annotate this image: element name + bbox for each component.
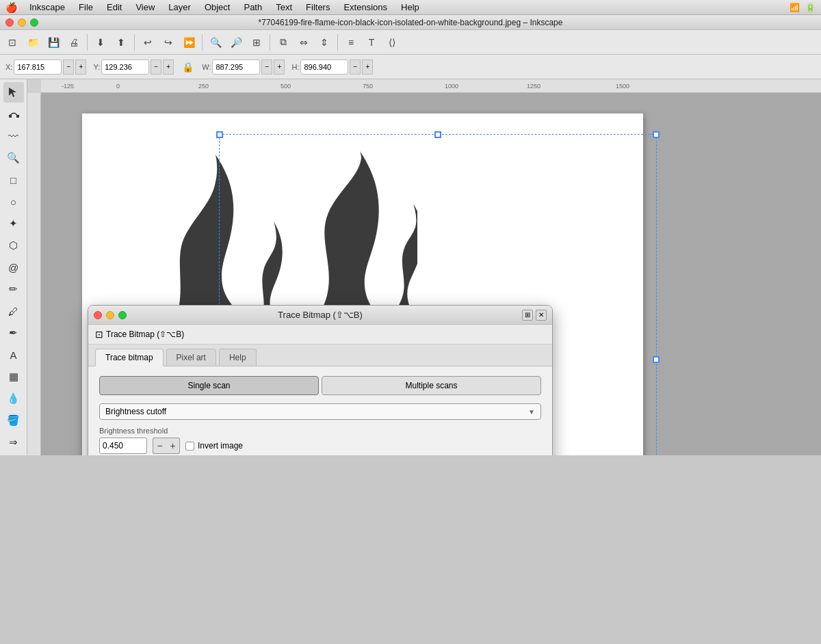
calligraphy-tool[interactable]: ✒ — [3, 323, 24, 343]
align-btn[interactable]: ≡ — [341, 33, 361, 52]
window-controls[interactable] — [5, 18, 38, 27]
canvas-area: -125 0 250 500 750 1000 1250 1500 — [27, 79, 821, 455]
text-tool[interactable]: A — [3, 345, 24, 365]
y-dec-btn[interactable]: − — [151, 59, 161, 75]
sep4 — [270, 34, 270, 51]
brightness-dropdown[interactable]: Brightness cutoff ▼ — [99, 403, 541, 420]
x-coord-field: X: − + — [5, 59, 86, 75]
scan-mode-row: Single scan Multiple scans — [99, 376, 541, 395]
x-inc-btn[interactable]: + — [75, 59, 86, 75]
w-input[interactable] — [212, 59, 260, 75]
print-btn[interactable]: 🖨 — [64, 33, 83, 52]
threshold-input[interactable] — [99, 438, 147, 454]
ruler-tick: 500 — [281, 83, 291, 90]
menu-edit[interactable]: Edit — [100, 0, 129, 15]
x-input[interactable] — [14, 59, 62, 75]
undo-btn[interactable]: ↩ — [138, 33, 157, 52]
threshold-row: − + Invert image — [99, 438, 541, 454]
dialog-right-controls[interactable]: ⊞ ✕ — [522, 310, 547, 321]
dialog-title: Trace Bitmap (⇧⌥B) — [278, 310, 363, 320]
tab-help[interactable]: Help — [219, 349, 257, 366]
minimize-window-btn[interactable] — [18, 18, 26, 27]
export-btn[interactable]: ⬆ — [112, 33, 131, 52]
flip-h-btn[interactable]: ⇔ — [294, 33, 313, 52]
h-dec-btn[interactable]: − — [350, 59, 361, 75]
pen-tool[interactable]: 🖊 — [3, 301, 24, 321]
inkscape-titlebar: *77046199-fire-flame-icon-black-icon-iso… — [0, 15, 821, 30]
tab-trace-bitmap[interactable]: Trace bitmap — [95, 349, 164, 366]
3d-box-tool[interactable]: ⬡ — [3, 235, 24, 256]
flip-v-btn[interactable]: ⇕ — [315, 33, 334, 52]
xml-btn[interactable]: ⟨⟩ — [382, 33, 402, 52]
dropper-tool[interactable]: 💧 — [3, 388, 24, 409]
single-scan-btn[interactable]: Single scan — [99, 376, 319, 395]
import-btn[interactable]: ⬇ — [91, 33, 110, 52]
dialog-titlebar: Trace Bitmap (⇧⌥B) ⊞ ✕ — [88, 306, 552, 325]
x-dec-btn[interactable]: − — [63, 59, 74, 75]
handle-mid-right[interactable] — [653, 356, 660, 363]
star-tool[interactable]: ✦ — [3, 213, 24, 234]
menu-text[interactable]: Text — [269, 0, 299, 15]
lock-icon[interactable]: 🔒 — [182, 62, 194, 72]
menu-file[interactable]: File — [72, 0, 100, 15]
w-dec-btn[interactable]: − — [261, 59, 272, 75]
trace-bitmap-icon: ⊡ — [95, 329, 103, 340]
menu-view[interactable]: View — [129, 0, 161, 15]
y-input[interactable] — [101, 59, 149, 75]
h-inc-btn[interactable]: + — [362, 59, 373, 75]
select-tool[interactable] — [3, 82, 24, 103]
circle-tool[interactable]: ○ — [3, 191, 24, 212]
ruler-vertical — [27, 93, 41, 455]
left-toolbar: 〰 🔍 □ ○ ✦ ⬡ @ ✏ 🖊 ✒ A ▦ 💧 🪣 ⇒ — [0, 79, 27, 455]
zoom-tool[interactable]: 🔍 — [3, 148, 24, 168]
zoom-out-btn[interactable]: 🔎 — [226, 33, 246, 52]
connector-tool[interactable]: ⇒ — [3, 432, 24, 453]
node-tool[interactable] — [3, 104, 24, 124]
invert-image-label[interactable]: Invert image — [185, 441, 243, 451]
dialog-restore-btn[interactable]: ⊞ — [522, 310, 533, 321]
close-window-btn[interactable] — [5, 18, 14, 27]
save-btn[interactable]: 💾 — [44, 33, 63, 52]
ruler-tick: 250 — [198, 83, 209, 90]
multiple-scans-btn[interactable]: Multiple scans — [322, 376, 541, 395]
rect-tool[interactable]: □ — [3, 170, 24, 190]
text-tool-btn[interactable]: T — [362, 33, 381, 52]
pencil-tool[interactable]: ✏ — [3, 279, 24, 299]
spiral-tool[interactable]: @ — [3, 257, 24, 278]
menu-extensions[interactable]: Extensions — [337, 0, 394, 15]
duplicate-btn[interactable]: ⧉ — [274, 33, 293, 52]
menu-object[interactable]: Object — [198, 0, 237, 15]
redo2-btn[interactable]: ⏩ — [179, 33, 198, 52]
menu-layer[interactable]: Layer — [161, 0, 198, 15]
h-input[interactable] — [300, 59, 348, 75]
gradient-tool[interactable]: ▦ — [3, 366, 24, 387]
y-inc-btn[interactable]: + — [163, 59, 174, 75]
new-btn[interactable]: ⊡ — [3, 33, 22, 52]
threshold-inc-btn[interactable]: + — [166, 438, 180, 454]
menu-help[interactable]: Help — [394, 0, 426, 15]
handle-top-right[interactable] — [653, 131, 660, 138]
tab-pixel-art[interactable]: Pixel art — [166, 349, 216, 366]
w-label: W: — [202, 63, 211, 71]
redo-btn[interactable]: ↪ — [159, 33, 178, 52]
apple-menu-icon[interactable]: 🍎 — [5, 2, 17, 13]
dialog-min-btn[interactable] — [106, 311, 114, 319]
menu-inkscape[interactable]: Inkscape — [23, 0, 72, 15]
threshold-dec-btn[interactable]: − — [153, 438, 166, 454]
zoom-fit-btn[interactable]: ⊞ — [247, 33, 266, 52]
menu-path[interactable]: Path — [237, 0, 269, 15]
w-inc-btn[interactable]: + — [274, 59, 285, 75]
dialog-close-btn[interactable] — [94, 311, 102, 319]
zoom-in-btn[interactable]: 🔍 — [206, 33, 225, 52]
dialog-window-controls[interactable] — [94, 311, 127, 319]
menu-filters[interactable]: Filters — [299, 0, 337, 15]
paint-bucket-tool[interactable]: 🪣 — [3, 410, 24, 431]
open-btn[interactable]: 📁 — [23, 33, 42, 52]
tweak-tool[interactable]: 〰 — [3, 126, 24, 146]
dialog-max-btn[interactable] — [118, 311, 127, 319]
maximize-window-btn[interactable] — [30, 18, 38, 27]
invert-image-checkbox[interactable] — [185, 442, 194, 451]
dialog-close-x-btn[interactable]: ✕ — [536, 310, 547, 321]
ruler-tick: 750 — [363, 83, 373, 90]
sep1 — [87, 34, 88, 51]
